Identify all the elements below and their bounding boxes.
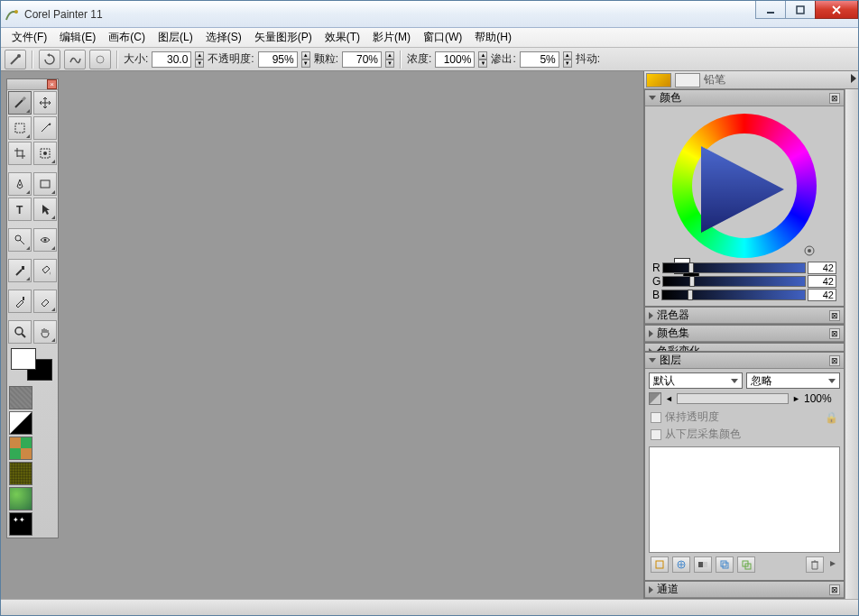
new-layer-button[interactable]: [651, 556, 669, 573]
panel-close-icon[interactable]: ⊠: [829, 310, 840, 321]
blend-mode-combo[interactable]: 默认: [649, 372, 743, 389]
text-tool[interactable]: T: [8, 198, 32, 221]
dropper-tool[interactable]: [8, 290, 32, 313]
toolbox-close-icon[interactable]: ×: [47, 79, 57, 89]
pick-underlying-checkbox[interactable]: [651, 429, 661, 440]
nozzle-swatch[interactable]: [9, 487, 32, 510]
colorvar-panel-header[interactable]: 色彩变化: [645, 344, 844, 352]
color-wheel[interactable]: [672, 114, 817, 258]
menu-canvas[interactable]: 画布(C): [103, 28, 151, 47]
colorset-panel-header[interactable]: 颜色集⊠: [645, 326, 844, 342]
grain-input[interactable]: 70%: [342, 51, 382, 68]
look-swatch[interactable]: ✦✦: [9, 512, 32, 536]
reset-button[interactable]: [39, 50, 60, 69]
layer-opacity-slider[interactable]: [677, 393, 789, 404]
canvas-area[interactable]: × T: [1, 71, 643, 599]
rect-select-tool[interactable]: [8, 116, 32, 140]
mixer-panel-header[interactable]: 混色器⊠: [645, 308, 844, 324]
menu-file[interactable]: 文件(F): [6, 28, 52, 47]
menu-effect[interactable]: 效果(T): [319, 28, 365, 47]
layer-opacity-value[interactable]: 100%: [804, 392, 840, 405]
b-slider[interactable]: [661, 290, 806, 300]
grain-stepper[interactable]: ▲▼: [385, 51, 394, 68]
color-swatches[interactable]: [9, 346, 56, 382]
bleed-stepper[interactable]: ▲▼: [563, 51, 572, 68]
menu-edit[interactable]: 编辑(E): [54, 28, 101, 47]
g-value[interactable]: 42: [808, 275, 836, 288]
panel-close-icon[interactable]: ⊠: [829, 328, 840, 339]
divine-prop-tool[interactable]: [33, 228, 57, 252]
brush-tool[interactable]: [8, 91, 32, 115]
size-stepper[interactable]: ▲▼: [195, 51, 204, 68]
straight-button[interactable]: [89, 50, 111, 69]
panel-close-icon[interactable]: ⊠: [829, 93, 840, 104]
size-input[interactable]: 30.0: [152, 51, 191, 68]
layer-mask-button[interactable]: [694, 556, 712, 573]
color-panel-header[interactable]: 颜色 ⊠: [645, 90, 844, 106]
opacity-stepper[interactable]: ▲▼: [301, 51, 310, 68]
brush-variant-selector[interactable]: [675, 73, 700, 87]
panel-close-icon[interactable]: ⊠: [829, 584, 840, 595]
expand-arrow-icon[interactable]: [851, 74, 856, 83]
depth-mode-combo[interactable]: 忽略: [746, 372, 840, 389]
group-button[interactable]: [716, 556, 734, 573]
gradient-swatch[interactable]: [9, 411, 32, 435]
menu-help[interactable]: 帮助(H): [469, 28, 517, 47]
wand-tool[interactable]: [33, 116, 57, 140]
dock-scrollbar[interactable]: [845, 89, 858, 599]
bucket-tool[interactable]: [33, 259, 57, 282]
resat-input[interactable]: 100%: [435, 51, 475, 68]
disclosure-icon[interactable]: [649, 96, 656, 100]
layers-panel-header[interactable]: 图层⊠: [645, 353, 844, 369]
r-value[interactable]: 42: [808, 262, 836, 274]
titlebar[interactable]: Corel Painter 11: [1, 1, 858, 28]
disclosure-icon[interactable]: [649, 312, 653, 319]
ungroup-button[interactable]: [737, 556, 755, 573]
b-value[interactable]: 42: [808, 289, 836, 301]
freehand-button[interactable]: [64, 50, 86, 69]
r-slider[interactable]: [662, 262, 806, 273]
disclosure-icon[interactable]: [649, 330, 653, 337]
brush-category-selector[interactable]: [646, 73, 671, 87]
menu-layer[interactable]: 图层(L): [152, 28, 199, 47]
magnifier-tool[interactable]: [8, 320, 32, 344]
panel-close-icon[interactable]: ⊠: [829, 355, 840, 366]
menu-shape[interactable]: 矢量图形(P): [249, 28, 318, 47]
delete-layer-button[interactable]: [806, 556, 824, 573]
brush-ghost-button[interactable]: [5, 50, 26, 69]
selection-adjust-tool[interactable]: [33, 142, 57, 165]
disclosure-icon[interactable]: [649, 586, 653, 593]
dynamic-layer-button[interactable]: [672, 556, 690, 573]
panel-menu-icon[interactable]: ▸: [827, 556, 838, 573]
menu-movie[interactable]: 影片(M): [367, 28, 416, 47]
channels-panel-header[interactable]: 通道⊠: [645, 582, 844, 598]
minimize-button[interactable]: [755, 1, 786, 19]
clone-color-icon[interactable]: [802, 244, 817, 258]
menu-select[interactable]: 选择(S): [200, 28, 247, 47]
pen-tool[interactable]: [8, 172, 32, 196]
hand-tool[interactable]: [33, 320, 57, 344]
close-button[interactable]: [815, 1, 858, 19]
toolbox[interactable]: × T: [6, 78, 59, 538]
layer-visibility-icon[interactable]: [649, 392, 661, 405]
dodge-tool[interactable]: [8, 228, 32, 252]
layer-list[interactable]: [649, 446, 840, 553]
crop-tool[interactable]: [8, 142, 32, 165]
foreground-swatch[interactable]: [11, 348, 36, 370]
maximize-button[interactable]: [785, 1, 816, 19]
weave-swatch[interactable]: [9, 462, 32, 485]
opacity-input[interactable]: 95%: [258, 51, 298, 68]
move-tool[interactable]: [33, 91, 57, 115]
preserve-trans-checkbox[interactable]: [651, 412, 661, 423]
resat-stepper[interactable]: ▲▼: [478, 51, 487, 68]
cloner-tool[interactable]: [8, 259, 32, 282]
disclosure-icon[interactable]: [649, 358, 656, 363]
menu-window[interactable]: 窗口(W): [418, 28, 467, 47]
pointer-tool[interactable]: [33, 198, 57, 221]
rect-shape-tool[interactable]: [33, 172, 57, 196]
paper-texture[interactable]: [9, 386, 32, 409]
pattern-swatch[interactable]: [9, 437, 32, 460]
toolbox-header[interactable]: ×: [7, 79, 58, 90]
g-slider[interactable]: [662, 276, 806, 287]
bleed-input[interactable]: 5%: [520, 51, 559, 68]
